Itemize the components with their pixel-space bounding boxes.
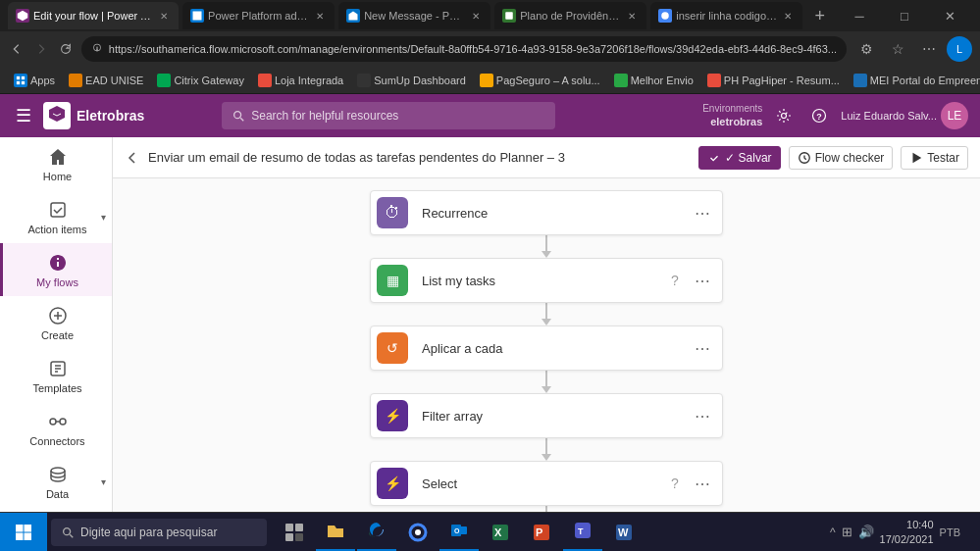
word-button[interactable]: W <box>604 513 644 552</box>
bookmark-loja-label: Loja Integrada <box>275 75 343 86</box>
edge-button[interactable] <box>357 513 396 552</box>
sidebar-item-templates[interactable]: Templates <box>0 349 112 402</box>
settings-icon[interactable] <box>770 102 798 129</box>
forward-nav-button[interactable] <box>32 35 51 63</box>
browser-tab-3[interactable]: New Message - Power Plat... ✕ <box>338 2 490 29</box>
more-extensions[interactable]: ⋯ <box>915 35 943 63</box>
volume-icon[interactable]: 🔊 <box>858 525 874 539</box>
new-tab-button[interactable]: + <box>806 2 833 29</box>
step-help-list[interactable]: ? <box>663 269 687 292</box>
teams-button[interactable]: T <box>563 513 602 552</box>
bookmark-melhor-envio[interactable]: Melhor Envio <box>608 72 699 89</box>
connector-1 <box>542 235 551 258</box>
svg-rect-6 <box>22 80 25 83</box>
tab-close-2[interactable]: ✕ <box>313 9 327 23</box>
user-profile-button[interactable]: Luiz Eduardo Salv... LE <box>841 102 968 129</box>
browser-profile[interactable]: L <box>947 36 972 62</box>
sidebar-item-home[interactable]: Home <box>0 137 112 190</box>
svg-line-35 <box>70 534 73 537</box>
browser-tab-active[interactable]: Edit your flow | Power Au... ✕ <box>8 2 179 29</box>
sidebar-item-data[interactable]: Data ▾ <box>0 455 112 508</box>
bookmark-citrix[interactable]: Citrix Gateway <box>151 72 250 89</box>
browser-tab-5[interactable]: inserir linha codigo html ... ✕ <box>650 2 802 29</box>
back-nav-button[interactable] <box>8 35 26 63</box>
sidebar-item-action-items[interactable]: Action items ▾ <box>0 190 112 243</box>
env-label: Environments <box>702 102 762 115</box>
step-more-aplicar[interactable]: ⋯ <box>691 336 714 360</box>
bookmark-paghiper[interactable]: PH PagHiper - Resum... <box>701 72 846 89</box>
sidebar-item-my-flows[interactable]: My flows <box>0 243 112 296</box>
svg-point-22 <box>51 468 65 474</box>
step-more-select[interactable]: ⋯ <box>691 472 714 495</box>
tab-close-5[interactable]: ✕ <box>781 9 795 23</box>
step-more-recurrence[interactable]: ⋯ <box>691 201 714 225</box>
tab-close-active[interactable]: ✕ <box>157 9 171 23</box>
step-more-filter[interactable]: ⋯ <box>691 404 714 427</box>
outlook-button[interactable]: O <box>439 513 479 552</box>
bookmark-pagseguro[interactable]: PagSeguro – A solu... <box>474 72 606 89</box>
step-list-my-tasks[interactable]: ▦ List my tasks ? ⋯ <box>370 258 723 303</box>
bookmark-mei[interactable]: MEI Portal do Empreen... <box>848 72 980 89</box>
app-search-bar[interactable]: Search for helpful resources <box>222 102 555 129</box>
refresh-nav-button[interactable] <box>57 35 76 63</box>
taskbar-time-display[interactable]: 10:40 17/02/2021 <box>880 518 934 546</box>
bookmark-citrix-label: Citrix Gateway <box>174 75 244 86</box>
help-icon[interactable]: ? <box>805 102 833 129</box>
test-button[interactable]: Testar <box>901 146 968 170</box>
bookmark-sumup[interactable]: SumUp Dashboard <box>351 72 472 89</box>
maximize-button[interactable]: □ <box>882 0 927 31</box>
tab-close-4[interactable]: ✕ <box>625 9 639 23</box>
svg-point-1 <box>662 12 670 20</box>
test-icon <box>909 151 923 165</box>
flow-checker-button[interactable]: Flow checker <box>789 146 894 170</box>
excel-button[interactable]: X <box>481 513 520 552</box>
bookmark-loja[interactable]: Loja Integrada <box>252 72 349 89</box>
sidebar-item-connectors[interactable]: Connectors <box>0 402 112 455</box>
taskbar-time: 10:40 <box>880 518 934 531</box>
browser-tab-4[interactable]: Plano de Providências - Pl... ✕ <box>494 2 646 29</box>
user-initials: LE <box>948 109 962 123</box>
extension-icon-2[interactable]: ☆ <box>884 35 911 63</box>
hamburger-menu[interactable]: ☰ <box>12 101 35 130</box>
step-select[interactable]: ⚡ Select ? ⋯ <box>370 461 723 506</box>
step-icon-area-select: ⚡ <box>371 462 414 505</box>
system-tray-icons: ^ ⊞ 🔊 <box>830 525 874 539</box>
save-button[interactable]: ✓ Salvar <box>698 146 780 170</box>
close-button[interactable]: ✕ <box>927 0 972 31</box>
minimize-button[interactable]: ─ <box>837 0 882 31</box>
sidebar-item-create[interactable]: Create <box>0 296 112 349</box>
chrome-button[interactable] <box>398 513 438 552</box>
save-icon <box>707 151 721 165</box>
file-explorer-button[interactable] <box>316 513 355 552</box>
power-automate-app: ☰ Eletrobras Search for helpful resource… <box>0 94 980 512</box>
step-actions-filter: ⋯ <box>691 404 722 427</box>
flow-actions: ✓ Salvar Flow checker Testar <box>698 146 968 170</box>
step-recurrence[interactable]: ⏱ Recurrence ⋯ <box>370 190 723 235</box>
step-icon-area-aplicar: ↺ <box>371 326 414 370</box>
taskbar-search-icon <box>61 526 75 539</box>
browser-extensions: ⚙ ☆ ⋯ L <box>852 35 972 63</box>
excel-icon: X <box>490 522 511 543</box>
start-button[interactable] <box>0 513 47 552</box>
bookmark-ead[interactable]: EAD UNISE <box>63 72 149 89</box>
show-desktop-button[interactable] <box>966 513 972 552</box>
task-view-button[interactable] <box>275 513 314 552</box>
step-filter[interactable]: ⚡ Filter array ⋯ <box>370 393 723 438</box>
bookmark-apps[interactable]: Apps <box>8 72 61 89</box>
powerpoint-button[interactable]: P <box>522 513 561 552</box>
step-help-select[interactable]: ? <box>663 472 687 495</box>
network-icon[interactable]: ⊞ <box>842 525 852 539</box>
back-button[interactable] <box>125 150 140 166</box>
extension-icon-1[interactable]: ⚙ <box>852 35 880 63</box>
step-actions-list: ? ⋯ <box>663 269 722 292</box>
connector-arrow-3 <box>542 386 551 393</box>
step-more-list[interactable]: ⋯ <box>691 269 714 292</box>
tab-close-3[interactable]: ✕ <box>469 9 483 23</box>
tray-expand[interactable]: ^ <box>830 526 836 539</box>
taskbar-search-text: Digite aqui para pesquisar <box>80 526 217 539</box>
step-aplicar[interactable]: ↺ Aplicar a cada ⋯ <box>370 326 723 371</box>
address-bar[interactable]: https://southamerica.flow.microsoft.com/… <box>81 36 847 62</box>
taskbar-search[interactable]: Digite aqui para pesquisar <box>51 519 267 546</box>
browser-tab-2[interactable]: Power Platform admin cen... ✕ <box>182 2 335 29</box>
save-label: ✓ Salvar <box>725 151 771 165</box>
